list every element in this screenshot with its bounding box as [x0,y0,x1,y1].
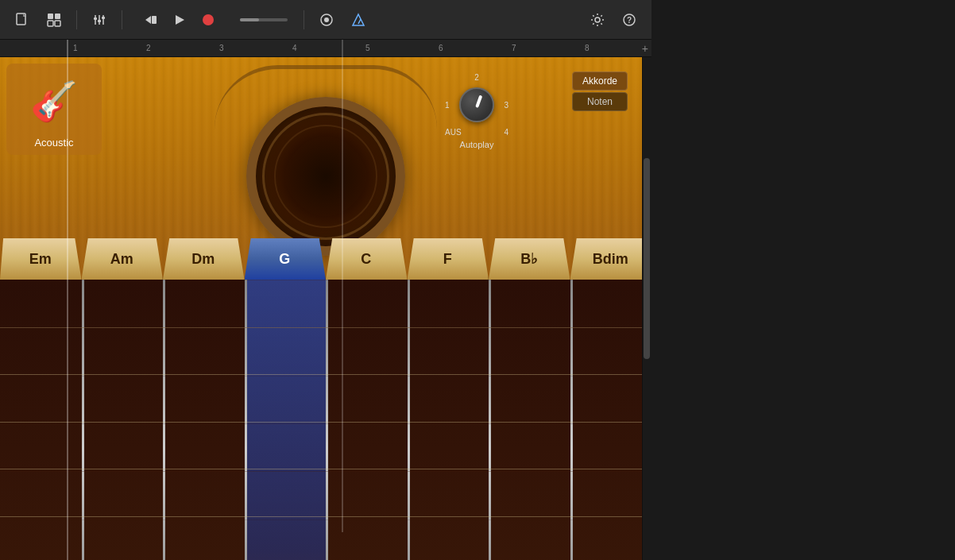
autoplay-control: AUS 1 2 3 4 Autoplay [445,73,508,149]
svg-rect-3 [48,21,53,26]
autoplay-label-1: 1 [445,101,450,110]
chord-btn-em[interactable]: Em [0,238,82,280]
add-track-button[interactable]: + [642,42,648,55]
autoplay-label-4: 4 [504,128,508,137]
fretboard[interactable] [0,280,651,560]
layout-button[interactable] [41,7,67,33]
toolbar-separator-2 [122,10,122,29]
settings-button[interactable] [585,7,610,33]
svg-rect-2 [55,14,60,19]
svg-rect-4 [55,21,60,26]
right-panel [651,0,955,560]
svg-rect-9 [98,20,101,22]
ruler-mark-6: 6 [439,40,443,56]
noten-button[interactable]: Noten [572,92,628,111]
ruler-mark-8: 8 [585,40,590,56]
toolbar-separator-3 [304,10,304,29]
guitar-area: 🎸 Acoustic AUS 1 2 3 4 Autoplay Akk [0,57,651,560]
ruler-mark-1: 1 [73,40,78,56]
guitar-icon: 🎸 [22,70,86,133]
mixer-button[interactable] [87,7,112,33]
ruler: 1 2 3 4 5 6 7 8 + [0,40,651,57]
chord-btn-f[interactable]: F [408,238,489,280]
toolbar: ? [0,0,651,40]
autoplay-label-2: 2 [474,73,479,82]
chord-strip: Em Am Dm G C F B♭ Bdim [0,238,651,280]
chord-btn-am[interactable]: Am [82,238,164,280]
guitar-scrollbar[interactable] [642,57,651,560]
autoplay-knob[interactable] [459,87,494,122]
chord-btn-dm[interactable]: Dm [163,238,245,280]
svg-rect-12 [152,16,157,24]
ruler-mark-5: 5 [365,40,370,56]
chord-btn-bdim[interactable]: Bdim [570,238,652,280]
instrument-name: Acoustic [34,137,73,149]
ruler-marks: 1 2 3 4 5 6 7 8 + [6,40,651,56]
sound-hole-ring-2 [274,125,377,228]
play-button[interactable] [167,7,192,33]
monitor-button[interactable] [314,7,339,33]
ruler-mark-2: 2 [146,40,151,56]
autoplay-label-3: 3 [504,101,508,110]
volume-slider[interactable] [240,18,288,21]
svg-line-18 [358,19,361,24]
sound-hole [246,97,405,256]
svg-rect-1 [48,14,53,19]
svg-rect-8 [94,17,97,20]
chord-btn-c[interactable]: C [326,238,408,280]
svg-marker-11 [145,16,151,24]
svg-rect-10 [102,17,105,19]
chord-btn-bb[interactable]: B♭ [489,238,570,280]
mode-buttons: Akkorde Noten [572,71,628,111]
svg-point-19 [595,17,600,22]
svg-point-16 [324,17,329,22]
guitar-scrollbar-thumb[interactable] [644,158,650,359]
ruler-mark-3: 3 [219,40,224,56]
svg-marker-13 [176,15,184,25]
record-button[interactable] [195,7,221,33]
autoplay-label-aus: AUS [445,128,462,137]
akkorde-button[interactable]: Akkorde [572,71,628,91]
autoplay-label: Autoplay [460,140,494,149]
rewind-button[interactable] [138,7,164,33]
toolbar-separator-1 [76,10,77,29]
metronome-button[interactable] [346,7,371,33]
ruler-mark-4: 4 [292,40,297,56]
toolbar-right: ? [585,7,642,33]
new-document-button[interactable] [10,7,35,33]
svg-text:?: ? [627,16,632,25]
help-button[interactable]: ? [617,7,642,33]
transport-group [138,7,221,33]
svg-point-14 [203,14,214,25]
autoplay-knob-container: AUS 1 2 3 4 [445,73,508,137]
fret-bands [0,280,651,560]
ruler-mark-7: 7 [512,40,516,56]
chord-btn-g[interactable]: G [245,238,327,280]
instrument-panel[interactable]: 🎸 Acoustic [6,64,102,155]
